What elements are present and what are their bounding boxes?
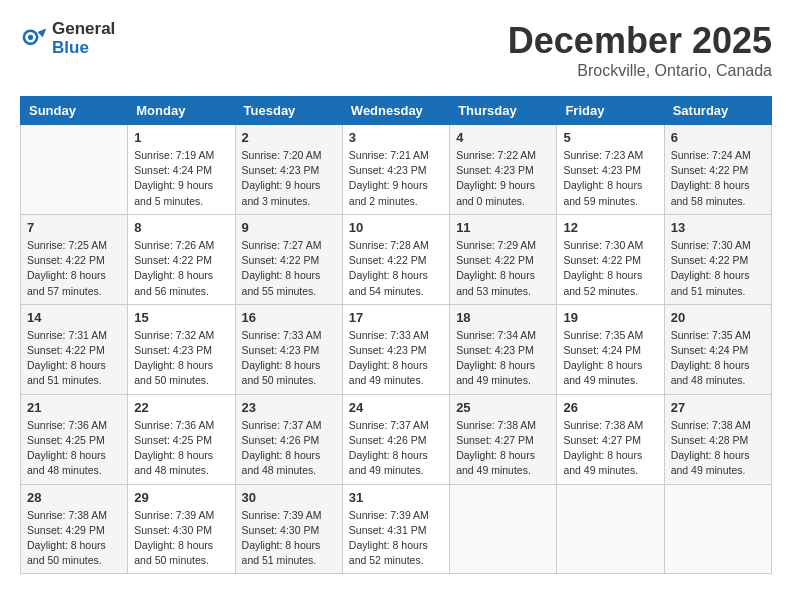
day-header-saturday: Saturday: [664, 97, 771, 125]
day-info: Sunrise: 7:39 AMSunset: 4:30 PMDaylight:…: [134, 508, 228, 569]
calendar-day: 24Sunrise: 7:37 AMSunset: 4:26 PMDayligh…: [342, 394, 449, 484]
day-info: Sunrise: 7:37 AMSunset: 4:26 PMDaylight:…: [349, 418, 443, 479]
day-number: 25: [456, 400, 550, 415]
day-number: 24: [349, 400, 443, 415]
day-info: Sunrise: 7:30 AMSunset: 4:22 PMDaylight:…: [563, 238, 657, 299]
day-number: 16: [242, 310, 336, 325]
logo-blue: Blue: [52, 38, 89, 57]
day-info: Sunrise: 7:38 AMSunset: 4:27 PMDaylight:…: [456, 418, 550, 479]
day-info: Sunrise: 7:21 AMSunset: 4:23 PMDaylight:…: [349, 148, 443, 209]
calendar-day: [21, 125, 128, 215]
day-info: Sunrise: 7:36 AMSunset: 4:25 PMDaylight:…: [134, 418, 228, 479]
calendar-day: 18Sunrise: 7:34 AMSunset: 4:23 PMDayligh…: [450, 304, 557, 394]
day-info: Sunrise: 7:36 AMSunset: 4:25 PMDaylight:…: [27, 418, 121, 479]
days-header-row: SundayMondayTuesdayWednesdayThursdayFrid…: [21, 97, 772, 125]
calendar-day: 30Sunrise: 7:39 AMSunset: 4:30 PMDayligh…: [235, 484, 342, 574]
day-number: 10: [349, 220, 443, 235]
day-info: Sunrise: 7:35 AMSunset: 4:24 PMDaylight:…: [671, 328, 765, 389]
calendar-day: 15Sunrise: 7:32 AMSunset: 4:23 PMDayligh…: [128, 304, 235, 394]
day-number: 22: [134, 400, 228, 415]
day-number: 2: [242, 130, 336, 145]
calendar-day: 23Sunrise: 7:37 AMSunset: 4:26 PMDayligh…: [235, 394, 342, 484]
day-number: 9: [242, 220, 336, 235]
calendar-day: 12Sunrise: 7:30 AMSunset: 4:22 PMDayligh…: [557, 214, 664, 304]
day-header-tuesday: Tuesday: [235, 97, 342, 125]
day-number: 6: [671, 130, 765, 145]
calendar-day: 1Sunrise: 7:19 AMSunset: 4:24 PMDaylight…: [128, 125, 235, 215]
day-number: 1: [134, 130, 228, 145]
day-info: Sunrise: 7:31 AMSunset: 4:22 PMDaylight:…: [27, 328, 121, 389]
day-number: 5: [563, 130, 657, 145]
day-info: Sunrise: 7:20 AMSunset: 4:23 PMDaylight:…: [242, 148, 336, 209]
calendar-day: 17Sunrise: 7:33 AMSunset: 4:23 PMDayligh…: [342, 304, 449, 394]
day-number: 19: [563, 310, 657, 325]
day-header-thursday: Thursday: [450, 97, 557, 125]
day-info: Sunrise: 7:19 AMSunset: 4:24 PMDaylight:…: [134, 148, 228, 209]
day-info: Sunrise: 7:27 AMSunset: 4:22 PMDaylight:…: [242, 238, 336, 299]
day-info: Sunrise: 7:26 AMSunset: 4:22 PMDaylight:…: [134, 238, 228, 299]
day-number: 28: [27, 490, 121, 505]
day-info: Sunrise: 7:38 AMSunset: 4:29 PMDaylight:…: [27, 508, 121, 569]
calendar-day: 13Sunrise: 7:30 AMSunset: 4:22 PMDayligh…: [664, 214, 771, 304]
calendar-day: 25Sunrise: 7:38 AMSunset: 4:27 PMDayligh…: [450, 394, 557, 484]
day-info: Sunrise: 7:22 AMSunset: 4:23 PMDaylight:…: [456, 148, 550, 209]
day-info: Sunrise: 7:29 AMSunset: 4:22 PMDaylight:…: [456, 238, 550, 299]
week-row-2: 7Sunrise: 7:25 AMSunset: 4:22 PMDaylight…: [21, 214, 772, 304]
day-info: Sunrise: 7:33 AMSunset: 4:23 PMDaylight:…: [349, 328, 443, 389]
day-info: Sunrise: 7:38 AMSunset: 4:28 PMDaylight:…: [671, 418, 765, 479]
calendar-table: SundayMondayTuesdayWednesdayThursdayFrid…: [20, 96, 772, 574]
week-row-3: 14Sunrise: 7:31 AMSunset: 4:22 PMDayligh…: [21, 304, 772, 394]
calendar-day: 9Sunrise: 7:27 AMSunset: 4:22 PMDaylight…: [235, 214, 342, 304]
calendar-day: 27Sunrise: 7:38 AMSunset: 4:28 PMDayligh…: [664, 394, 771, 484]
calendar-day: 31Sunrise: 7:39 AMSunset: 4:31 PMDayligh…: [342, 484, 449, 574]
day-number: 4: [456, 130, 550, 145]
calendar-day: 28Sunrise: 7:38 AMSunset: 4:29 PMDayligh…: [21, 484, 128, 574]
day-info: Sunrise: 7:35 AMSunset: 4:24 PMDaylight:…: [563, 328, 657, 389]
calendar-subtitle: Brockville, Ontario, Canada: [508, 62, 772, 80]
calendar-day: [557, 484, 664, 574]
svg-point-2: [28, 34, 33, 39]
calendar-day: [450, 484, 557, 574]
calendar-day: 6Sunrise: 7:24 AMSunset: 4:22 PMDaylight…: [664, 125, 771, 215]
day-number: 3: [349, 130, 443, 145]
calendar-day: 14Sunrise: 7:31 AMSunset: 4:22 PMDayligh…: [21, 304, 128, 394]
day-info: Sunrise: 7:25 AMSunset: 4:22 PMDaylight:…: [27, 238, 121, 299]
day-number: 23: [242, 400, 336, 415]
day-number: 30: [242, 490, 336, 505]
day-info: Sunrise: 7:23 AMSunset: 4:23 PMDaylight:…: [563, 148, 657, 209]
day-header-sunday: Sunday: [21, 97, 128, 125]
calendar-title: December 2025: [508, 20, 772, 62]
day-number: 26: [563, 400, 657, 415]
day-number: 29: [134, 490, 228, 505]
day-info: Sunrise: 7:30 AMSunset: 4:22 PMDaylight:…: [671, 238, 765, 299]
day-number: 8: [134, 220, 228, 235]
week-row-5: 28Sunrise: 7:38 AMSunset: 4:29 PMDayligh…: [21, 484, 772, 574]
calendar-day: 26Sunrise: 7:38 AMSunset: 4:27 PMDayligh…: [557, 394, 664, 484]
day-number: 7: [27, 220, 121, 235]
day-info: Sunrise: 7:24 AMSunset: 4:22 PMDaylight:…: [671, 148, 765, 209]
day-info: Sunrise: 7:28 AMSunset: 4:22 PMDaylight:…: [349, 238, 443, 299]
day-info: Sunrise: 7:37 AMSunset: 4:26 PMDaylight:…: [242, 418, 336, 479]
header: General Blue December 2025 Brockville, O…: [20, 20, 772, 80]
calendar-day: 8Sunrise: 7:26 AMSunset: 4:22 PMDaylight…: [128, 214, 235, 304]
day-header-wednesday: Wednesday: [342, 97, 449, 125]
calendar-day: 5Sunrise: 7:23 AMSunset: 4:23 PMDaylight…: [557, 125, 664, 215]
calendar-day: 11Sunrise: 7:29 AMSunset: 4:22 PMDayligh…: [450, 214, 557, 304]
day-info: Sunrise: 7:32 AMSunset: 4:23 PMDaylight:…: [134, 328, 228, 389]
calendar-day: 22Sunrise: 7:36 AMSunset: 4:25 PMDayligh…: [128, 394, 235, 484]
day-header-monday: Monday: [128, 97, 235, 125]
logo-general: General: [52, 19, 115, 38]
week-row-1: 1Sunrise: 7:19 AMSunset: 4:24 PMDaylight…: [21, 125, 772, 215]
title-area: December 2025 Brockville, Ontario, Canad…: [508, 20, 772, 80]
logo-icon: [20, 25, 48, 53]
calendar-day: 7Sunrise: 7:25 AMSunset: 4:22 PMDaylight…: [21, 214, 128, 304]
day-number: 27: [671, 400, 765, 415]
day-number: 20: [671, 310, 765, 325]
day-number: 15: [134, 310, 228, 325]
calendar-day: 29Sunrise: 7:39 AMSunset: 4:30 PMDayligh…: [128, 484, 235, 574]
calendar-day: 3Sunrise: 7:21 AMSunset: 4:23 PMDaylight…: [342, 125, 449, 215]
day-header-friday: Friday: [557, 97, 664, 125]
day-info: Sunrise: 7:39 AMSunset: 4:30 PMDaylight:…: [242, 508, 336, 569]
day-info: Sunrise: 7:39 AMSunset: 4:31 PMDaylight:…: [349, 508, 443, 569]
day-number: 17: [349, 310, 443, 325]
